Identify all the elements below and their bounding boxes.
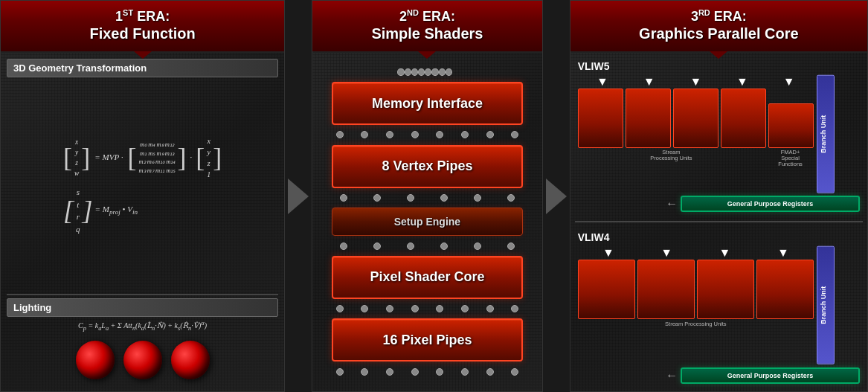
vliw4-gpr-row: ← General Purpose Registers: [578, 367, 860, 384]
sphere-2: [123, 341, 162, 379]
era3-header: 3RD ERA: Graphics Parallel Core: [570, 1, 867, 53]
vertex-pipes-label: 8 Vertex Pipes: [382, 158, 472, 174]
vliw4-bars: [578, 260, 814, 319]
era1-header: 1ST ERA: Fixed Function: [1, 1, 284, 53]
vliw4-branch-unit: Branch Unit: [817, 246, 835, 364]
vliw4-gpr: General Purpose Registers: [681, 367, 860, 384]
matrix-formula-text: [ xyzw ] = MVP · [ m₀ m₄ m₈ m₁₂ m₁ m₅ m₉…: [63, 135, 222, 235]
main-container: 1ST ERA: Fixed Function 3D Geometry Tran…: [0, 0, 868, 392]
vliw4-gpr-label: General Purpose Registers: [727, 372, 814, 379]
era2-number: 2ND ERA:: [318, 8, 536, 25]
memory-interface-block: Memory Interface: [332, 82, 523, 125]
vliw5-bar-3: [673, 89, 718, 148]
era3-number: 3RD ERA:: [576, 8, 861, 25]
era1-number: 1ST ERA:: [7, 8, 278, 25]
vliw-separator: [575, 221, 863, 222]
setup-engine-label: Setup Engine: [394, 216, 460, 228]
lighting-label: Lighting: [7, 298, 278, 317]
pixel-pipes-label: 16 Pixel Pipes: [382, 332, 472, 348]
sphere-1: [76, 341, 115, 379]
vliw5-diagram: ▼ ▼ ▼ ▼ ▼: [578, 75, 860, 193]
memory-interface-connector-top: [397, 67, 457, 77]
vliw4-bars-wrap: ▼ ▼ ▼ ▼ Stream Processing Units: [578, 246, 814, 364]
vliw4-arrows: ▼ ▼ ▼ ▼: [578, 246, 814, 260]
col2-simple-shaders: 2ND ERA: Simple Shaders Memory Interface…: [312, 0, 543, 392]
memory-interface-label: Memory Interface: [372, 96, 483, 112]
connector-dots-5: [327, 367, 527, 377]
connector-dots-1: [327, 129, 527, 140]
vliw4-bar-1: [578, 260, 635, 319]
vliw4-bar-2: [637, 260, 695, 319]
connector-dots-2: [327, 193, 527, 203]
vliw5-bar-labels: StreamProcessing Units FMAD+SpecialFunct…: [578, 150, 814, 168]
pixel-shader-block: Pixel Shader Core: [332, 256, 523, 299]
vliw4-bar-3: [697, 260, 754, 319]
era3-name: Graphics Parallel Core: [576, 25, 861, 42]
col1-content: 3D Geometry Transformation [ xyzw ] = MV…: [1, 53, 284, 391]
col3-graphics-parallel: 3RD ERA: Graphics Parallel Core VLIW5 ▼ …: [570, 0, 868, 392]
era2-header: 2ND ERA: Simple Shaders: [312, 1, 542, 53]
pixel-shader-label: Pixel Shader Core: [370, 269, 484, 285]
vliw5-bars-wrap: ▼ ▼ ▼ ▼ ▼: [578, 75, 814, 193]
vertex-pipes-block: 8 Vertex Pipes: [332, 145, 523, 188]
vliw4-diagram: ▼ ▼ ▼ ▼ Stream Processing Units: [578, 246, 860, 364]
geometry-label: 3D Geometry Transformation: [7, 59, 278, 77]
pixel-pipes-block: 16 Pixel Pipes: [332, 318, 523, 362]
vliw4-side: Branch Unit: [817, 246, 860, 364]
arrow-icon-2: [546, 179, 567, 214]
vliw5-label-spu: StreamProcessing Units: [578, 150, 765, 168]
vliw4-gpr-arrow: ←: [666, 369, 678, 382]
col3-content: VLIW5 ▼ ▼ ▼ ▼ ▼: [570, 53, 867, 391]
vliw5-gpr-label: General Purpose Registers: [727, 200, 814, 208]
vliw5-bars: [578, 89, 814, 148]
era2-name: Simple Shaders: [318, 25, 536, 42]
col1-fixed-function: 1ST ERA: Fixed Function 3D Geometry Tran…: [0, 0, 285, 392]
lighting-formula: Cp = kaLa + Σ Attn(ka(L̂n·N̂) + ks(R̂n·V…: [7, 317, 278, 335]
vliw5-bar-2: [626, 89, 671, 148]
geometry-formula: [ xyzw ] = MVP · [ m₀ m₄ m₈ m₁₂ m₁ m₅ m₉…: [7, 80, 278, 291]
vliw4-section: VLIW4 ▼ ▼ ▼ ▼: [575, 228, 863, 387]
era1-name: Fixed Function: [7, 25, 278, 42]
vliw5-gpr: General Purpose Registers: [681, 196, 860, 212]
connector-dots-top: [397, 67, 452, 77]
vliw5-bar-5: [768, 103, 814, 148]
col2-content: Memory Interface 8 Vertex Pipes Setup En…: [312, 53, 542, 391]
setup-engine-block: Setup Engine: [332, 208, 523, 236]
vliw5-label-fmad: FMAD+SpecialFunctions: [767, 150, 814, 168]
vliw4-label: VLIW4: [578, 231, 860, 243]
vliw4-bar-4: [756, 260, 814, 319]
vliw5-label: VLIW5: [578, 60, 860, 72]
vliw4-label-spu: Stream Processing Units: [578, 321, 814, 327]
vliw5-side: Branch Unit: [817, 75, 860, 193]
sphere-3: [171, 341, 210, 379]
connector-dots-4: [327, 303, 527, 314]
spheres-row: [7, 335, 278, 385]
vliw5-bar-1: [578, 89, 623, 148]
vliw5-branch-unit: Branch Unit: [817, 75, 835, 193]
lighting-section: Lighting Cp = kaLa + Σ Attn(ka(L̂n·N̂) +…: [7, 294, 278, 385]
vliw5-arrows: ▼ ▼ ▼ ▼ ▼: [578, 75, 814, 89]
connector-dots-3: [327, 241, 527, 251]
arrow-divider-2: [543, 0, 570, 392]
vliw5-gpr-arrow: ←: [666, 197, 678, 211]
arrow-icon-1: [288, 179, 309, 214]
arrow-divider-1: [285, 0, 312, 392]
vliw5-bar-4: [721, 89, 766, 148]
vliw5-section: VLIW5 ▼ ▼ ▼ ▼ ▼: [575, 57, 863, 216]
vliw5-gpr-row: ← General Purpose Registers: [578, 196, 860, 212]
